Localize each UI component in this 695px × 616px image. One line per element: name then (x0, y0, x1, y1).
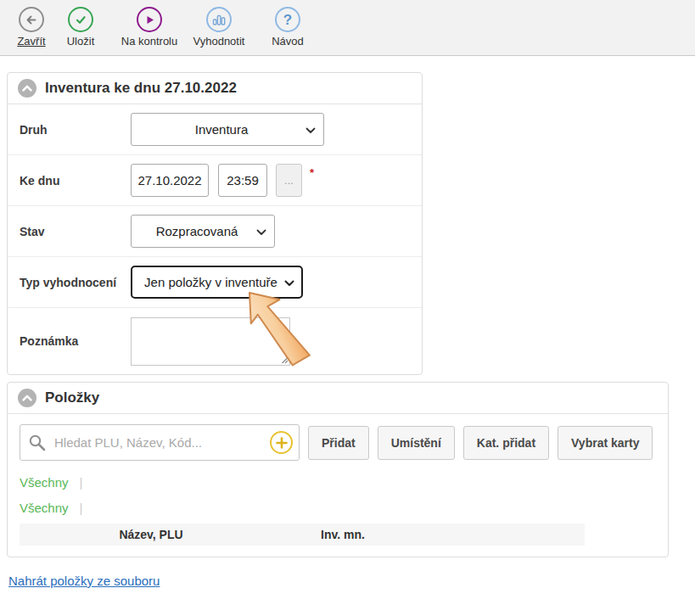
ke-dnu-label: Ke dnu (20, 174, 131, 188)
resize-handle-icon[interactable] (280, 356, 289, 364)
druh-value: Inventura (195, 122, 249, 137)
form-row-ke-dnu: Ke dnu ... * (8, 155, 422, 206)
chevron-down-icon (305, 127, 316, 134)
poznamka-label: Poznámka (20, 334, 131, 348)
stav-value: Rozpracovaná (156, 224, 238, 238)
help-label: Návod (272, 35, 304, 48)
inventory-panel-header: Inventura ke dnu 27.10.2022 (8, 73, 422, 104)
chevron-up-icon (19, 80, 36, 97)
form-row-typ-vyhodnoceni: Typ vyhodnocení Jen položky v inventuře (8, 257, 422, 308)
page-title: Inventura ke dnu 27.10.2022 (45, 80, 237, 97)
select-cards-button[interactable]: Vybrat karty (558, 426, 653, 460)
druh-select[interactable]: Inventura (131, 113, 324, 146)
help-button[interactable]: ? Návod (262, 7, 313, 48)
items-panel-title: Položky (45, 389, 99, 406)
items-toolbar: Přidat Umístění Kat. přidat Vybrat karty (8, 414, 668, 469)
form-row-poznamka: Poznámka (8, 308, 422, 374)
inventory-panel: Inventura ke dnu 27.10.2022 Druh Inventu… (7, 72, 423, 375)
filter-all-link-1[interactable]: Všechny (20, 475, 69, 490)
add-button[interactable]: Přidat (308, 426, 369, 460)
to-check-button[interactable]: Na kontrolu (115, 7, 184, 48)
collapse-panel-button[interactable] (18, 79, 36, 98)
to-check-label: Na kontrolu (121, 35, 177, 48)
items-panel-header: Položky (8, 383, 668, 414)
save-button[interactable]: Uložit (59, 7, 102, 48)
form-row-stav: Stav Rozpracovaná (8, 206, 422, 257)
chevron-down-icon (284, 280, 294, 287)
filter-separator: | (80, 501, 83, 515)
check-icon (68, 7, 93, 32)
close-label: Zavřít (17, 35, 45, 48)
column-header-name-plu: Název, PLU (20, 528, 283, 541)
stav-label: Stav (20, 225, 131, 238)
date-input[interactable] (131, 164, 209, 197)
filter-all-link-2[interactable]: Všechny (20, 501, 69, 515)
close-button[interactable]: Zavřít (12, 7, 51, 48)
location-button[interactable]: Umístění (378, 426, 455, 460)
filter-row-1: Všechny | (8, 469, 668, 495)
form-row-druh: Druh Inventura (8, 104, 422, 155)
typ-vyhodnoceni-select[interactable]: Jen položky v inventuře (131, 266, 303, 299)
filter-separator: | (80, 475, 83, 490)
add-icon[interactable] (270, 431, 293, 454)
typ-vyhodnoceni-label: Typ vyhodnocení (20, 276, 131, 289)
items-panel: Položky Přidat Umístění Kat. přidat Vybr… (7, 382, 669, 557)
time-input[interactable] (218, 164, 267, 197)
search-input[interactable] (20, 424, 300, 461)
play-icon (137, 7, 162, 32)
upload-items-link[interactable]: Nahrát položky ze souboru (8, 574, 160, 588)
typ-vyhodnoceni-value: Jen položky v inventuře (144, 275, 277, 289)
question-icon: ? (275, 7, 300, 32)
required-asterisk: * (310, 166, 314, 179)
druh-label: Druh (20, 123, 131, 137)
items-table-header: Název, PLU Inv. mn. (20, 524, 585, 546)
column-header-inv-qty: Inv. mn. (283, 528, 365, 541)
collapse-items-button[interactable] (18, 389, 36, 407)
bar-chart-icon (206, 7, 232, 32)
date-picker-button[interactable]: ... (276, 164, 302, 197)
stav-select[interactable]: Rozpracovaná (131, 215, 275, 248)
main-toolbar: Zavřít Uložit Na kontrolu Vyhodnotit ? N… (0, 0, 695, 56)
filter-row-2: Všechny | (8, 495, 668, 520)
save-label: Uložit (67, 35, 95, 48)
back-arrow-icon (19, 7, 44, 32)
chevron-up-icon (19, 389, 36, 406)
evaluate-button[interactable]: Vyhodnotit (185, 7, 253, 48)
poznamka-textarea[interactable] (131, 317, 290, 366)
category-add-button[interactable]: Kat. přidat (463, 426, 549, 460)
evaluate-label: Vyhodnotit (193, 35, 245, 48)
search-box (20, 424, 300, 461)
chevron-down-icon (256, 229, 266, 236)
